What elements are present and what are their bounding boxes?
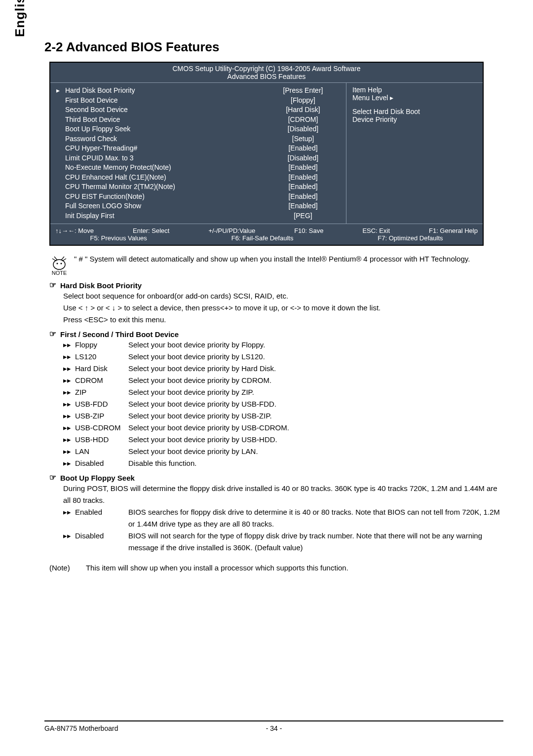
option-name: LS120: [75, 351, 124, 363]
page-footer: GA-8N775 Motherboard - 34 -: [44, 720, 503, 732]
option-row: ▸▸LANSelect your boot device priority by…: [63, 446, 503, 457]
setting-value: [Disabled]: [266, 125, 340, 134]
svg-point-1: [57, 263, 58, 265]
bios-settings-panel: ▸Hard Disk Boot Priority[Press Enter]Fir…: [50, 83, 346, 224]
help-title: Item Help: [352, 86, 477, 94]
section-title: 2-2 Advanced BIOS Features: [44, 39, 503, 55]
setting-label: Full Screen LOGO Show: [65, 202, 266, 211]
setting-value: [Press Enter]: [266, 86, 340, 95]
setting-label: Second Boot Device: [65, 106, 266, 114]
pointer-icon: [56, 163, 65, 172]
setting-value: [CDROM]: [266, 115, 340, 124]
pointer-icon: [56, 183, 65, 191]
hand-icon: ☞: [49, 280, 56, 290]
hint-help: F1: General Help: [429, 227, 478, 234]
body-text: During POST, BIOS will determine the flo…: [63, 483, 503, 506]
setting-value: [Floppy]: [266, 96, 340, 105]
option-row: ▸▸EnabledBIOS searches for floppy disk d…: [63, 506, 503, 530]
option-name: LAN: [75, 446, 124, 457]
hint-exit: ESC: Exit: [362, 227, 390, 234]
body-text: Use < ↑ > or < ↓ > to select a device, t…: [63, 302, 503, 314]
footer-page-number: - 34 -: [259, 724, 289, 732]
bullet-icon: ▸▸: [63, 398, 71, 410]
hint-prev: F5: Previous Values: [90, 234, 147, 242]
pointer-icon: [56, 192, 65, 201]
option-desc: Select your boot device priority by LAN.: [128, 446, 503, 457]
setting-value: [Enabled]: [266, 144, 340, 153]
hint-opt: F7: Optimized Defaults: [378, 234, 443, 242]
bios-setting-row: Init Display First[PEG]: [56, 211, 340, 221]
bullet-icon: ▸▸: [63, 457, 71, 469]
hint-save: F10: Save: [294, 227, 323, 234]
bios-setting-row: Password Check[Setup]: [56, 134, 340, 144]
setting-label: CPU Enhanced Halt (C1E)(Note): [65, 173, 266, 182]
setting-label: CPU EIST Function(Note): [65, 192, 266, 201]
bios-setting-row: Second Boot Device[Hard Disk]: [56, 105, 340, 115]
setting-value: [Hard Disk]: [266, 106, 340, 114]
section-heading: ☞First / Second / Third Boot Device: [49, 330, 503, 339]
setting-value: [Enabled]: [266, 192, 340, 201]
pointer-icon: [56, 96, 65, 105]
setting-label: Password Check: [65, 135, 266, 144]
option-row: ▸▸ZIPSelect your boot device priority by…: [63, 386, 503, 398]
help-menu-level: Menu Level ▸: [352, 94, 477, 102]
option-desc: Select your boot device priority by Flop…: [128, 339, 503, 351]
option-desc: BIOS searches for floppy disk drive to d…: [128, 506, 503, 530]
body-text: Press <ESC> to exit this menu.: [63, 314, 503, 326]
setting-value: [Setup]: [266, 135, 340, 144]
bios-header-line2: Advanced BIOS Features: [50, 73, 483, 80]
option-name: Floppy: [75, 339, 124, 351]
bullet-icon: ▸▸: [63, 530, 71, 554]
section-heading: ☞Boot Up Floppy Seek: [49, 473, 503, 483]
option-desc: Select your boot device priority by CDRO…: [128, 375, 503, 386]
option-desc: Select your boot device priority by LS12…: [128, 351, 503, 363]
bios-setting-row: Limit CPUID Max. to 3[Disabled]: [56, 153, 340, 163]
bios-help-panel: Item Help Menu Level ▸ Select Hard Disk …: [346, 83, 483, 224]
note-text: " # " System will detect automatically a…: [74, 255, 470, 263]
svg-point-0: [53, 260, 65, 269]
option-name: USB-CDROM: [75, 422, 124, 434]
pointer-icon: ▸: [56, 86, 65, 95]
language-tab: English: [12, 0, 28, 37]
bios-setting-row: CPU EIST Function(Note)[Enabled]: [56, 192, 340, 202]
option-desc: Select your boot device priority by ZIP.: [128, 386, 503, 398]
help-text-line: Device Priority: [352, 115, 477, 123]
bios-setting-row: CPU Thermal Monitor 2(TM2)(Note)[Enabled…: [56, 182, 340, 192]
option-name: USB-FDD: [75, 398, 124, 410]
setting-label: Boot Up Floppy Seek: [65, 125, 266, 134]
pointer-icon: [56, 212, 65, 221]
pointer-icon: [56, 115, 65, 124]
setting-value: [Enabled]: [266, 202, 340, 211]
svg-point-2: [61, 263, 62, 265]
bios-setting-row: CPU Hyper-Threading#[Enabled]: [56, 144, 340, 153]
hint-move: ↑↓→←: Move: [55, 227, 94, 234]
option-row: ▸▸Hard DiskSelect your boot device prior…: [63, 363, 503, 375]
pointer-icon: [56, 154, 65, 163]
option-desc: Select your boot device priority by Hard…: [128, 363, 503, 375]
setting-label: Init Display First: [65, 212, 266, 221]
bios-setting-row: Third Boot Device[CDROM]: [56, 115, 340, 125]
option-row: ▸▸USB-ZIPSelect your boot device priorit…: [63, 410, 503, 422]
option-name: Hard Disk: [75, 363, 124, 375]
setting-value: [Disabled]: [266, 154, 340, 163]
bullet-icon: ▸▸: [63, 375, 71, 386]
pointer-icon: [56, 144, 65, 153]
option-row: ▸▸USB-FDDSelect your boot device priorit…: [63, 398, 503, 410]
option-name: Disabled: [75, 530, 124, 554]
bios-footer: ↑↓→←: Move Enter: Select +/-/PU/PD:Value…: [50, 224, 483, 245]
setting-label: Limit CPUID Max. to 3: [65, 154, 266, 163]
hand-icon: ☞: [49, 473, 56, 482]
bios-setting-row: CPU Enhanced Halt (C1E)(Note)[Enabled]: [56, 173, 340, 183]
bios-setting-row: Boot Up Floppy Seek[Disabled]: [56, 124, 340, 134]
setting-label: CPU Hyper-Threading#: [65, 144, 266, 153]
bios-screen: CMOS Setup Utility-Copyright (C) 1984-20…: [49, 62, 484, 246]
setting-value: [Enabled]: [266, 163, 340, 172]
help-text-line: Select Hard Disk Boot: [352, 108, 477, 115]
bios-setting-row: No-Execute Memory Protect(Note)[Enabled]: [56, 163, 340, 173]
option-name: USB-HDD: [75, 434, 124, 446]
hint-value: +/-/PU/PD:Value: [208, 227, 255, 234]
footer-model: GA-8N775 Motherboard: [44, 724, 259, 732]
pointer-icon: [56, 202, 65, 211]
pointer-icon: [56, 106, 65, 114]
setting-value: [Enabled]: [266, 183, 340, 191]
